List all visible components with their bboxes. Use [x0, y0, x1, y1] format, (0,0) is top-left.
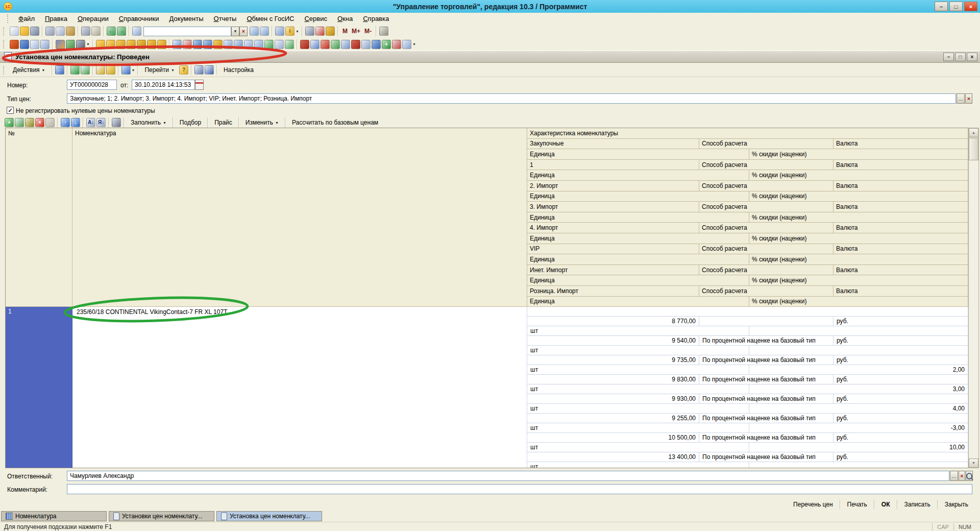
- prices-journal-icon[interactable]: [106, 65, 115, 75]
- quick-search-input[interactable]: [143, 27, 231, 36]
- price-cell[interactable]: 9 830,00: [527, 375, 699, 384]
- cart-coin-icon[interactable]: [106, 40, 115, 49]
- change-button[interactable]: Изменить▼: [241, 117, 283, 128]
- characteristic-cell[interactable]: [527, 307, 968, 317]
- form-settings-icon[interactable]: [205, 65, 214, 75]
- calendar-icon[interactable]: [315, 27, 325, 36]
- currency-cell[interactable]: руб.: [834, 414, 968, 423]
- payment-card-coin-icon[interactable]: [147, 40, 156, 49]
- production-calendar-icon[interactable]: [10, 40, 19, 49]
- podbor-button[interactable]: Подбор: [176, 117, 205, 128]
- register-doc-icon[interactable]: [234, 40, 243, 49]
- documents-pair-icon[interactable]: [30, 40, 39, 49]
- doc-add-icon[interactable]: [264, 40, 274, 49]
- window-tab-Номенклатура[interactable]: Номенклатура: [1, 511, 107, 521]
- goto-button[interactable]: Перейти▼: [140, 65, 179, 75]
- create-based-on-dropdown-icon[interactable]: ▼: [132, 68, 135, 72]
- banknote-icon[interactable]: [66, 40, 75, 49]
- method-cell[interactable]: По процентной наценке на базовый тип: [699, 452, 834, 462]
- clear-icon[interactable]: ×: [965, 93, 972, 104]
- basket-coins-icon[interactable]: [116, 40, 126, 49]
- combo-dropdown-icon[interactable]: ▼: [231, 27, 239, 36]
- row-number-cell[interactable]: 1: [6, 307, 72, 468]
- docs-pack-icon[interactable]: [361, 40, 371, 49]
- recalc-base-button[interactable]: Рассчитать по базовым ценам: [288, 117, 382, 128]
- price-cell[interactable]: 10 500,00: [527, 433, 699, 443]
- method-cell[interactable]: По процентной наценке на базовый тип: [699, 355, 834, 365]
- barcode-scanner-icon[interactable]: [112, 118, 121, 127]
- scroll-down-icon[interactable]: ▼: [969, 458, 978, 468]
- move-down-icon[interactable]: ↓: [71, 118, 80, 127]
- minimize-button[interactable]: –: [935, 2, 948, 11]
- add-plus-icon[interactable]: +: [382, 40, 391, 49]
- print-preview-icon[interactable]: [91, 27, 101, 36]
- flag-doc-icon[interactable]: [321, 40, 330, 49]
- currency-cell[interactable]: руб.: [834, 317, 968, 326]
- menu-Окна[interactable]: Окна: [332, 13, 358, 24]
- retail-report-icon[interactable]: [300, 40, 309, 49]
- ok-button[interactable]: ОК: [876, 499, 896, 510]
- menu-Справочники[interactable]: Справочники: [114, 13, 164, 24]
- discount-cell[interactable]: 4,00: [749, 404, 968, 414]
- open-document-icon[interactable]: [20, 27, 29, 36]
- doc-exchange-icon[interactable]: [244, 40, 253, 49]
- end-edit-icon[interactable]: [45, 118, 55, 127]
- discount-cell[interactable]: [749, 462, 968, 468]
- service-wrench-icon[interactable]: [379, 27, 388, 36]
- move-up-icon[interactable]: ↑: [61, 118, 70, 127]
- cash-register-icon[interactable]: [76, 40, 85, 49]
- edit-row-icon[interactable]: [25, 118, 34, 127]
- sort-ascending-icon[interactable]: А↓: [86, 118, 95, 127]
- about-dropdown-icon[interactable]: ▼: [296, 30, 299, 33]
- menu-Операции[interactable]: Операции: [72, 13, 114, 24]
- money-transfer-icon[interactable]: [157, 40, 166, 49]
- prices-doc-icon[interactable]: [96, 65, 105, 75]
- sort-descending-icon[interactable]: Я↓: [96, 118, 106, 127]
- discount-cell[interactable]: [749, 326, 968, 336]
- scroll-up-icon[interactable]: ▲: [969, 128, 978, 137]
- price-cell[interactable]: 9 735,00: [527, 355, 699, 365]
- coins-stack-icon[interactable]: [213, 40, 223, 49]
- retail-table-icon[interactable]: [351, 40, 360, 49]
- method-cell[interactable]: По процентной наценке на базовый тип: [699, 433, 834, 443]
- unit-cell[interactable]: шт: [527, 365, 749, 375]
- document-date-field[interactable]: [132, 80, 195, 90]
- save-document-icon[interactable]: [30, 27, 39, 36]
- incoming-invoice-icon[interactable]: [173, 40, 182, 49]
- doc-close-button[interactable]: ×: [967, 53, 977, 61]
- combo-clear-icon[interactable]: ×: [239, 27, 248, 36]
- chart-up-icon[interactable]: [193, 40, 202, 49]
- menu-Отчеты[interactable]: Отчеты: [209, 13, 242, 24]
- unit-cell[interactable]: шт: [527, 443, 749, 452]
- currency-cell[interactable]: руб.: [834, 336, 968, 346]
- saved-settings-icon[interactable]: [40, 40, 50, 49]
- price-cell[interactable]: 9 540,00: [527, 336, 699, 346]
- price-cell[interactable]: 9 930,00: [527, 394, 699, 404]
- discount-cell[interactable]: [749, 346, 968, 355]
- doc-check-icon[interactable]: [285, 40, 294, 49]
- method-cell[interactable]: По процентной наценке на базовый тип: [699, 336, 834, 346]
- create-based-on-icon[interactable]: [121, 65, 131, 75]
- search-icon[interactable]: [966, 471, 973, 481]
- unit-cell[interactable]: шт: [527, 346, 749, 355]
- fill-button[interactable]: Заполнить▼: [127, 117, 170, 128]
- calculator-icon[interactable]: [305, 27, 314, 36]
- find-previous-icon[interactable]: [260, 27, 269, 36]
- currency-cell[interactable]: руб.: [834, 355, 968, 365]
- discount-cell[interactable]: -3,00: [749, 423, 968, 433]
- currency-cell[interactable]: руб.: [834, 375, 968, 384]
- zero-prices-checkbox[interactable]: ✓: [7, 107, 14, 114]
- menu-Документы[interactable]: Документы: [164, 13, 208, 24]
- menu-Обмен с ГосИС[interactable]: Обмен с ГосИС: [241, 13, 299, 24]
- print-button[interactable]: Печать: [842, 499, 873, 510]
- method-cell[interactable]: По процентной наценке на базовый тип: [699, 414, 834, 423]
- vertical-scrollbar[interactable]: ▲ ▼: [968, 128, 979, 468]
- window-tab-Установка цен номенклату...[interactable]: Установка цен номенклату...: [216, 511, 322, 521]
- chart-bars-icon[interactable]: [203, 40, 212, 49]
- price-cell[interactable]: 13 400,00: [527, 452, 699, 462]
- key-icon[interactable]: [326, 27, 335, 36]
- customer-order-icon[interactable]: [310, 40, 320, 49]
- actions-dropdown-icon[interactable]: ▼: [42, 68, 45, 72]
- doc-restore-button[interactable]: □: [955, 53, 966, 61]
- price-types-field[interactable]: [67, 93, 956, 104]
